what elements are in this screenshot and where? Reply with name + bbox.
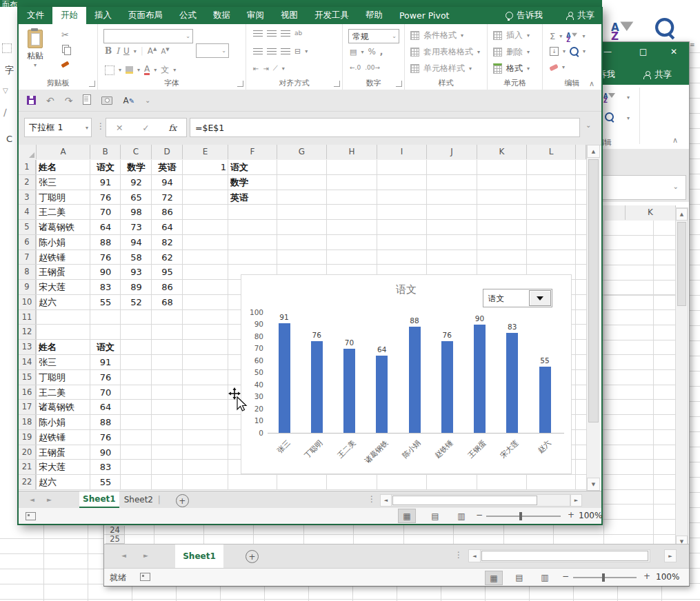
insert-function-icon[interactable]: fx	[168, 123, 177, 133]
zoom-level[interactable]: 100%	[656, 572, 679, 582]
row-header-5[interactable]: 5	[19, 220, 36, 235]
ribbon-tab-6[interactable]: 审阅	[239, 7, 272, 24]
align-middle-icon[interactable]	[267, 30, 277, 37]
grid-cell-A2[interactable]: 张三	[39, 175, 88, 190]
chevron-down-icon[interactable]: ⌄	[673, 183, 679, 190]
macro-record-icon[interactable]	[140, 573, 150, 581]
row-header-6[interactable]: 6	[19, 235, 36, 250]
row-header-7[interactable]: 7	[19, 250, 36, 265]
column-header-J[interactable]: J	[427, 145, 477, 159]
zoom-slider[interactable]	[573, 577, 637, 578]
scroll-left-icon[interactable]: ◄	[468, 549, 481, 562]
scroll-left-icon[interactable]: ◄	[380, 494, 392, 507]
insert-cells-button[interactable]: 插入	[506, 30, 523, 41]
row-header-13[interactable]: 13	[19, 340, 36, 355]
maximize-icon[interactable]: □	[639, 47, 647, 57]
view-normal-icon[interactable]: ▦	[485, 571, 503, 585]
formula-expand-icon[interactable]: ⌄	[586, 121, 591, 129]
grid-cell-E1[interactable]: 1	[185, 160, 226, 175]
bar[interactable]	[311, 341, 323, 433]
grid-cell-A16[interactable]: 王二美	[39, 385, 88, 400]
bar-chart[interactable]: 语文 010203040506070809010091张三76丁聪明70王二美6…	[241, 274, 572, 474]
grid-cell-F2[interactable]: 数学	[230, 175, 275, 190]
grid-cell-C10[interactable]: 52	[123, 295, 150, 310]
increase-decimal-icon[interactable]: ←.0	[350, 64, 361, 71]
row-header-22[interactable]: 22	[19, 475, 36, 490]
view-layout-icon[interactable]: ▤	[427, 509, 443, 522]
accounting-format-icon[interactable]: ▤	[350, 48, 357, 57]
row-header-8[interactable]: 8	[19, 265, 36, 280]
grid-cell-C1[interactable]: 数学	[123, 160, 150, 175]
grid-cell-A7[interactable]: 赵铁锤	[39, 250, 88, 265]
select-all-corner[interactable]	[19, 145, 37, 159]
mid-share-button[interactable]: 共享	[654, 69, 672, 81]
dropdown-icon[interactable]: ▾	[134, 48, 137, 54]
format-tool-icon[interactable]: A✎	[123, 96, 134, 105]
grid-cell-B9[interactable]: 83	[92, 280, 119, 295]
grid-cell-B22[interactable]: 55	[92, 475, 119, 490]
sort-filter-icon[interactable]: AZ	[566, 30, 578, 43]
column-header-F[interactable]: F	[228, 145, 277, 159]
row-header-2[interactable]: 2	[19, 175, 36, 190]
undo-icon[interactable]: ↶	[46, 95, 54, 106]
percent-icon[interactable]: %	[368, 47, 375, 57]
chart-dropdown-button[interactable]	[529, 290, 551, 306]
row-header-21[interactable]: 21	[19, 460, 36, 475]
decrease-font-icon[interactable]: A▼	[161, 47, 169, 55]
dialog-launcher-icon[interactable]	[89, 81, 95, 87]
zoom-in-icon[interactable]: +	[568, 510, 574, 520]
grid-cell-C6[interactable]: 94	[123, 235, 150, 250]
bar[interactable]	[506, 333, 518, 433]
scroll-thumb[interactable]	[481, 551, 648, 561]
dropdown-icon[interactable]: ▾	[86, 125, 88, 131]
grid-cell-C3[interactable]: 65	[123, 190, 150, 205]
grid-cell-A4[interactable]: 王二美	[39, 205, 88, 220]
align-top-icon[interactable]	[253, 30, 263, 37]
grid-cell-A10[interactable]: 赵六	[39, 295, 88, 310]
format-cells-button[interactable]: 格式	[506, 63, 523, 74]
ribbon-tab-2[interactable]: 插入	[86, 7, 120, 24]
grid-cell-D8[interactable]: 95	[154, 265, 181, 280]
column-header-G[interactable]: G	[277, 145, 327, 159]
qat-customize-icon[interactable]: ⌄	[145, 96, 150, 104]
scroll-down-icon[interactable]: ▼	[587, 478, 600, 491]
grid-cell-D1[interactable]: 英语	[154, 160, 181, 175]
align-right-icon[interactable]	[281, 48, 290, 54]
grid-cell-B18[interactable]: 88	[92, 415, 119, 430]
copy-icon[interactable]	[62, 45, 69, 53]
redo-icon[interactable]: ↷	[65, 95, 73, 106]
sheet-tab-sheet1[interactable]: Sheet1	[79, 491, 119, 508]
column-header-A[interactable]: A	[37, 145, 90, 159]
grid-cell-C9[interactable]: 89	[123, 280, 150, 295]
cancel-icon[interactable]: ✕	[116, 123, 123, 133]
italic-button[interactable]: I	[116, 46, 119, 56]
zoom-in-icon[interactable]: +	[643, 571, 650, 581]
column-header-B[interactable]: B	[90, 145, 121, 159]
grid-cell-B14[interactable]: 91	[92, 355, 119, 370]
ribbon-tab-1[interactable]: 开始	[52, 7, 86, 24]
ribbon-tab-3[interactable]: 页面布局	[120, 7, 171, 24]
grid-cell-B15[interactable]: 76	[92, 370, 119, 385]
dialog-launcher-icon[interactable]	[334, 81, 340, 87]
close-icon[interactable]: ✕	[670, 47, 677, 57]
scroll-thumb[interactable]	[677, 222, 686, 306]
sheet-tab-sheet2[interactable]: Sheet2	[119, 491, 158, 508]
column-header-H[interactable]: H	[327, 145, 377, 159]
bar[interactable]	[343, 349, 355, 434]
ribbon-tab-7[interactable]: 视图	[272, 7, 306, 24]
grid-cell-A15[interactable]: 丁聪明	[39, 370, 88, 385]
row-header-3[interactable]: 3	[19, 190, 36, 205]
grid-cell-B7[interactable]: 76	[92, 250, 119, 265]
format-painter-icon[interactable]	[61, 61, 69, 68]
dropdown-icon[interactable]: ▾	[27, 62, 43, 68]
scroll-thumb[interactable]	[392, 496, 537, 505]
view-break-icon[interactable]: ▥	[537, 571, 553, 584]
bar[interactable]	[539, 367, 551, 433]
row-header-4[interactable]: 4	[19, 205, 36, 220]
grid-cell-B6[interactable]: 88	[92, 235, 119, 250]
zoom-level[interactable]: 100%	[579, 511, 602, 520]
grid-cell-D3[interactable]: 72	[154, 190, 181, 205]
next-sheet-icon[interactable]: ►	[143, 552, 148, 559]
font-name-combo[interactable]: ⌄	[103, 29, 193, 43]
scroll-up-icon[interactable]: ▲	[587, 145, 600, 158]
